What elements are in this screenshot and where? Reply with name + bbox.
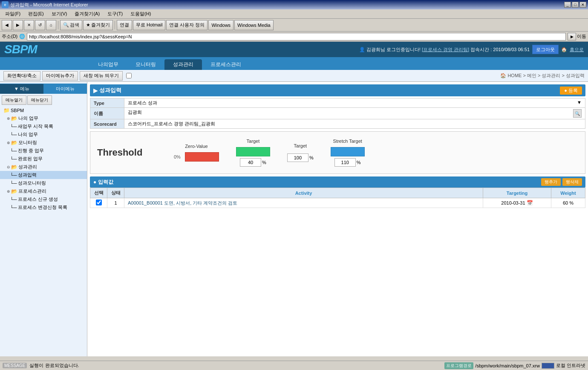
close-button[interactable]: ✕ [579, 2, 586, 8]
arrow-icon: ● [93, 179, 96, 185]
ie-icon: e [2, 1, 9, 8]
search-button[interactable]: 🔍 검색 [60, 20, 82, 30]
sidebar-item-process-change[interactable]: └─ 프로세스 변경신청 목록 [0, 203, 87, 211]
scorecard-label: Scorecard [90, 119, 124, 129]
favorites-button[interactable]: ★ 즐겨찾기 [83, 20, 113, 30]
address-go-button[interactable]: ▶ [568, 33, 576, 40]
windows-button[interactable]: Windows [208, 20, 233, 30]
col-status: 상태 [107, 188, 124, 198]
zero-pct-label: 0% [174, 154, 181, 159]
sidebar-item-in-progress[interactable]: └─ 진행 중 업무 [0, 147, 87, 155]
stop-button[interactable]: ✕ [24, 20, 34, 30]
add-menu-button[interactable]: 마이메뉴추가 [42, 71, 78, 81]
window-title: 성과입력 - Microsoft Internet Explorer [10, 2, 88, 8]
dash-icon: └─ [10, 156, 17, 162]
add-row-button[interactable]: 행추가 [541, 178, 561, 186]
app-header: SBPM 👤 김광희님 로그인중입니다! [프로세스 경영 관리팀] 접속시간 … [0, 42, 588, 57]
home-link[interactable]: 홈으로 [570, 46, 584, 53]
menu-favorites[interactable]: 즐겨찾기(A) [71, 10, 103, 18]
connect-button[interactable]: 연결 [117, 20, 132, 30]
new-tab-button[interactable]: 새창 메뉴 띄우기 [80, 71, 123, 81]
dash-icon: └─ [10, 132, 17, 137]
tab-process[interactable]: 프로세스관리 [202, 59, 250, 70]
tab-my-work[interactable]: 나의업무 [89, 59, 127, 70]
new-tab-checkbox[interactable] [126, 73, 132, 78]
arrow-icon: ▶ [93, 87, 98, 94]
sidebar-item-my-work[interactable]: ⊕ 📂 나의 업무 [0, 114, 87, 122]
user-defined-button[interactable]: 연결 사용자 정의 [166, 20, 208, 30]
user-icon: 👤 [359, 47, 365, 52]
form-table: Type 프로세스 성과 ▼ 이름 김광희 🔍 Scorecard 스코어카드_… [90, 98, 585, 129]
sidebar-item-performance-mgmt[interactable]: ⊖ 📂 성과관리 [0, 163, 87, 171]
type-value: 프로세스 성과 ▼ [124, 98, 585, 108]
logout-button[interactable]: 로그아웃 [532, 45, 559, 54]
row-status: 1 [107, 198, 124, 208]
sidebar-item-completed[interactable]: └─ 완료된 업무 [0, 155, 87, 163]
refresh-button[interactable]: ↺ [35, 20, 45, 30]
sidebar-item-monitoring[interactable]: ⊕ 📂 모니터링 [0, 139, 87, 147]
forward-button[interactable]: ▶ [13, 20, 23, 30]
sidebar-item-new-process[interactable]: └─ 프로세스 신규 생성 [0, 195, 87, 203]
calendar-icon[interactable]: 📅 [527, 200, 533, 206]
sidebar-item-new-work[interactable]: └─ 새업무 시작 목록 [0, 122, 87, 130]
col-targeting: Targeting [483, 188, 551, 198]
minimize-button[interactable]: _ [564, 2, 571, 8]
stretch-pct-label: % [357, 160, 361, 165]
hotmail-button[interactable]: 무료 Hotmail [133, 20, 165, 30]
address-input[interactable] [27, 33, 566, 40]
target2-input-row: % [287, 153, 314, 162]
sidebar-item-performance-input[interactable]: └─ 성과입력 [0, 171, 87, 179]
menu-view[interactable]: 보기(V) [48, 10, 71, 18]
row-targeting: 2010-03-31 📅 [483, 198, 551, 208]
target-input[interactable] [240, 158, 261, 167]
sidebar-item-my-tasks[interactable]: └─ 나의 업무 [0, 130, 87, 139]
col-select: 선택 [90, 188, 107, 198]
home-button[interactable]: ⌂ [46, 20, 56, 30]
stretch-col: Stretch Target % [331, 139, 365, 167]
register-button[interactable]: ● 등록 [560, 87, 582, 95]
input-section-title: ● 입력값 [93, 179, 113, 186]
tab-performance[interactable]: 성과관리 [164, 59, 202, 70]
stretch-input-row: % [334, 158, 361, 167]
sidebar-tab-menu[interactable]: ▼ 메뉴 [0, 84, 43, 94]
row-weight: 60 % [551, 198, 585, 208]
back-button[interactable]: ◀ [2, 20, 12, 30]
maximize-button[interactable]: □ [572, 2, 579, 8]
star-icon: ★ [86, 22, 90, 28]
windows-media-button[interactable]: Windows Media [234, 20, 274, 30]
row-checkbox[interactable] [96, 199, 102, 205]
user-greeting: 👤 김광희님 로그인중입니다! [프로세스 경영 관리팀] 접속시간 : 201… [359, 46, 530, 53]
target-label: Target [247, 139, 260, 144]
menu-open-button[interactable]: 메뉴열기 [2, 95, 26, 105]
menu-help[interactable]: 도움말(H) [127, 10, 154, 18]
sidebar-tab-mymenu[interactable]: 마이메뉴 [43, 84, 87, 94]
zero-value-label: Zero-Value [185, 144, 208, 149]
go-label: 이동 [577, 33, 586, 40]
search-icon: 🔍 [63, 22, 69, 28]
sidebar-item-performance-monitor[interactable]: └─ 성과모니터링 [0, 179, 87, 187]
menu-edit[interactable]: 편집(E) [25, 10, 47, 18]
delete-row-button[interactable]: 행삭제 [562, 178, 582, 186]
breadcrumb: 🏠 HOME > 메인 > 성과관리 > 성과입력 [500, 72, 585, 79]
target-input-row: % [240, 158, 266, 167]
menu-tools[interactable]: 도구(T) [104, 10, 126, 18]
window-controls[interactable]: _ □ ✕ [564, 2, 586, 8]
arrow-icon: ⊖ [7, 165, 10, 169]
target2-input[interactable] [287, 153, 308, 162]
input-section-header: ● 입력값 행추가 행삭제 [90, 176, 585, 188]
sub-header: 화면확대/축소 마이메뉴추가 새창 메뉴 띄우기 🏠 HOME > 메인 > 성… [0, 70, 588, 82]
tab-monitoring[interactable]: 모니터링 [127, 59, 164, 70]
sidebar-item-process-mgmt[interactable]: ⊕ 📂 프로세스관리 [0, 187, 87, 195]
dash-icon: └─ [10, 173, 17, 178]
role-link[interactable]: [프로세스 경영 관리팀] [422, 47, 469, 52]
menu-bar: 파일(F) 편집(E) 보기(V) 즐겨찾기(A) 도구(T) 도움말(H) [0, 9, 588, 19]
name-search-button[interactable]: 🔍 [573, 109, 582, 118]
title-bar: e 성과입력 - Microsoft Internet Explorer _ □… [0, 0, 588, 9]
menu-file[interactable]: 파일(F) [2, 10, 24, 18]
stretch-input[interactable] [334, 158, 356, 167]
menu-close-button[interactable]: 메뉴닫기 [27, 95, 52, 105]
sidebar-item-sbpm[interactable]: 📁 SBPM [0, 107, 87, 114]
sidebar: ▼ 메뉴 마이메뉴 메뉴열기 메뉴닫기 📁 SBPM ⊕ 📂 나의 업무 └─ … [0, 82, 87, 356]
stretch-label: Stretch Target [333, 139, 362, 144]
expand-button[interactable]: 화면확대/축소 [3, 71, 40, 81]
